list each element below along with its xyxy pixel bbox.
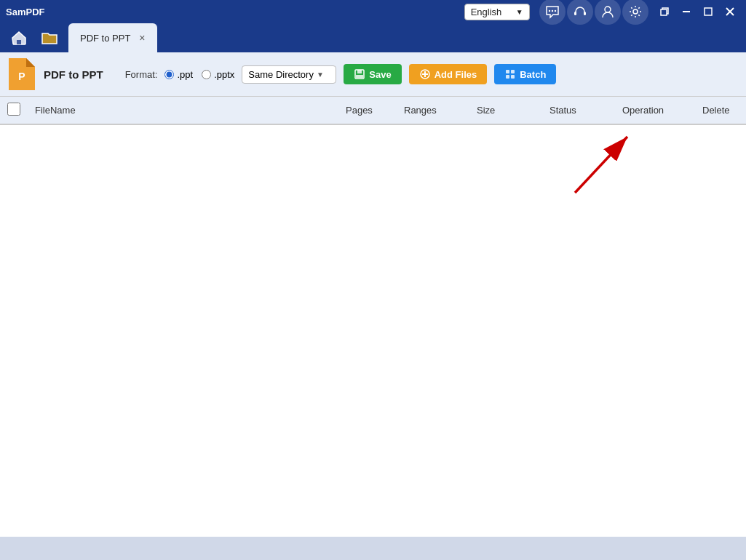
table-header-row: FileName Pages Ranges Size Status xyxy=(0,97,746,124)
file-table: FileName Pages Ranges Size Status xyxy=(0,97,746,125)
language-dropdown-arrow: ▼ xyxy=(516,8,523,16)
svg-rect-3 xyxy=(574,12,576,15)
language-label: English xyxy=(471,7,502,17)
page-title: PDF to PPT xyxy=(44,68,103,81)
col-pages: Pages xyxy=(338,97,397,124)
save-button[interactable]: Save xyxy=(344,64,401,84)
col-status: Status xyxy=(542,97,615,124)
restore-button[interactable] xyxy=(654,4,675,20)
svg-rect-4 xyxy=(584,12,586,15)
app-title: SamPDF xyxy=(6,7,44,17)
directory-dropdown[interactable]: Same Directory ▼ xyxy=(242,65,336,84)
file-icon: P xyxy=(9,58,36,90)
home-button[interactable] xyxy=(4,23,33,52)
minimize-button[interactable] xyxy=(676,4,697,20)
svg-point-1 xyxy=(551,10,552,12)
svg-rect-23 xyxy=(511,70,515,73)
col-ranges: Ranges xyxy=(397,97,469,124)
save-label: Save xyxy=(369,69,391,80)
tab-close-button[interactable]: × xyxy=(139,32,145,44)
batch-button[interactable]: Batch xyxy=(494,64,556,84)
col-filename: FileName xyxy=(28,97,338,124)
settings-icon-button[interactable] xyxy=(622,0,648,25)
language-selector[interactable]: English ▼ xyxy=(464,4,530,20)
svg-rect-9 xyxy=(705,8,712,15)
format-radio-group: .ppt .pptx xyxy=(164,69,234,80)
select-all-checkbox[interactable] xyxy=(7,103,20,116)
add-files-label: Add Files xyxy=(434,69,477,80)
svg-point-2 xyxy=(554,10,555,12)
svg-rect-24 xyxy=(506,75,509,79)
maximize-button[interactable] xyxy=(698,4,718,20)
svg-rect-18 xyxy=(356,75,363,78)
svg-point-6 xyxy=(633,9,638,14)
col-operation: Operation xyxy=(615,97,695,124)
format-pptx-radio[interactable] xyxy=(202,70,211,79)
format-label: Format: xyxy=(125,69,158,80)
directory-label: Same Directory xyxy=(248,69,314,80)
pdf-to-ppt-tab[interactable]: PDF to PPT × xyxy=(68,23,157,52)
col-size: Size xyxy=(469,97,542,124)
directory-arrow: ▼ xyxy=(317,71,324,79)
svg-point-0 xyxy=(548,10,549,12)
tab-label: PDF to PPT xyxy=(80,33,130,44)
chat-icon-button[interactable] xyxy=(539,0,566,25)
content-toolbar: P PDF to PPT Format: .ppt .pptx Same Dir… xyxy=(0,52,746,97)
format-ppt-option[interactable]: .ppt xyxy=(164,69,193,80)
svg-rect-22 xyxy=(506,70,509,73)
open-folder-button[interactable] xyxy=(35,23,64,52)
headset-icon-button[interactable] xyxy=(567,0,593,25)
batch-label: Batch xyxy=(520,69,546,80)
col-delete: Delete xyxy=(695,97,746,124)
format-pptx-label: .pptx xyxy=(214,69,234,80)
svg-rect-12 xyxy=(17,40,21,44)
svg-rect-25 xyxy=(511,75,515,79)
close-button[interactable] xyxy=(720,4,740,20)
add-files-button[interactable]: Add Files xyxy=(409,64,488,84)
svg-rect-17 xyxy=(357,70,362,73)
file-table-container: FileName Pages Ranges Size Status xyxy=(0,97,746,537)
svg-point-5 xyxy=(605,7,611,12)
user-icon-button[interactable] xyxy=(595,0,621,25)
format-ppt-label: .ppt xyxy=(177,69,193,80)
svg-text:P: P xyxy=(18,71,25,82)
col-checkbox xyxy=(0,97,28,124)
format-pptx-option[interactable]: .pptx xyxy=(202,69,234,80)
svg-rect-7 xyxy=(661,9,667,15)
svg-marker-14 xyxy=(26,58,35,67)
format-ppt-radio[interactable] xyxy=(164,70,174,79)
